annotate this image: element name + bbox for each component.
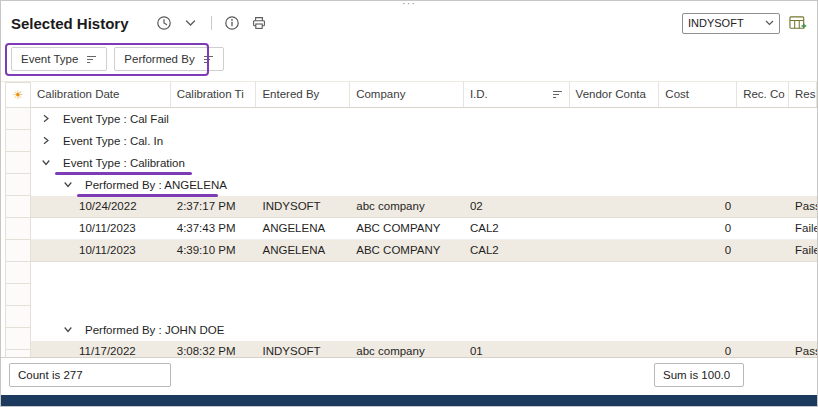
cell-cost: 0 — [659, 218, 737, 239]
cell-vendor-contact — [570, 341, 660, 357]
column-header-id[interactable]: I.D. — [464, 82, 570, 107]
cell-calibration-time: 4:39:10 PM — [171, 240, 257, 261]
cell-rec-cost — [737, 196, 789, 217]
cell-vendor-contact — [570, 196, 660, 217]
sort-ascending-icon — [552, 90, 563, 99]
cell-result: Failed — [789, 240, 817, 261]
group-row-angelena[interactable]: Performed By : ANGELENA — [31, 174, 817, 196]
cell-rec-cost — [737, 240, 789, 261]
info-icon[interactable] — [223, 14, 241, 32]
group-chip-event-type[interactable]: Event Type — [11, 47, 107, 71]
print-icon[interactable] — [250, 14, 268, 32]
table-row[interactable]: 11/17/2022 3:08:32 PM INDYSOFT abc compa… — [31, 341, 817, 357]
group-row-label: Event Type : Cal. In — [63, 135, 163, 147]
cell-calibration-time: 3:08:32 PM — [171, 341, 257, 357]
cell-cost: 0 — [659, 341, 737, 357]
cell-calibration-date: 11/17/2022 — [31, 341, 171, 357]
sort-icon — [203, 55, 214, 64]
group-row-cal-in[interactable]: Event Type : Cal. In — [31, 130, 817, 152]
collapse-arrow-icon[interactable] — [61, 325, 75, 334]
group-chip-performed-by[interactable]: Performed By — [114, 47, 223, 71]
cell-calibration-date: 10/11/2023 — [31, 240, 171, 261]
column-header-result[interactable]: Res — [789, 82, 817, 107]
row-indicator-cells[interactable] — [5, 108, 31, 358]
cell-entered-by: ANGELENA — [257, 240, 351, 261]
group-by-bar: Event Type Performed By — [1, 41, 817, 81]
row-indicator-column: ☀ — [1, 82, 31, 357]
column-header-company[interactable]: Company — [350, 82, 464, 107]
group-row-cal-fail[interactable]: Event Type : Cal Fail — [31, 108, 817, 130]
group-chip-label: Performed By — [124, 53, 194, 65]
cell-rec-cost — [737, 341, 789, 357]
collapse-arrow-icon[interactable] — [39, 158, 53, 167]
cell-company: ABC COMPANY — [350, 218, 464, 239]
cell-calibration-time: 2:37:17 PM — [171, 196, 257, 217]
grid-columns-icon[interactable] — [789, 14, 807, 32]
count-summary-label: Count is 277 — [18, 369, 83, 381]
group-row-label: Event Type : Calibration — [63, 157, 185, 169]
cell-id: CAL2 — [464, 240, 570, 261]
table-row[interactable]: 10/11/2023 4:39:10 PM ANGELENA ABC COMPA… — [31, 240, 817, 262]
column-header-calibration-date[interactable]: Calibration Date — [31, 82, 171, 107]
company-combobox[interactable]: INDYSOFT — [682, 13, 780, 34]
cell-id: 01 — [464, 341, 570, 357]
cell-company: abc company — [350, 196, 464, 217]
cell-entered-by: ANGELENA — [257, 218, 351, 239]
expand-arrow-icon[interactable] — [39, 136, 53, 145]
cell-calibration-date: 10/11/2023 — [31, 218, 171, 239]
column-header-rec-cost[interactable]: Rec. Co — [737, 82, 789, 107]
group-spacer — [31, 262, 817, 319]
sort-icon — [86, 55, 97, 64]
cell-company: ABC COMPANY — [350, 240, 464, 261]
group-chip-label: Event Type — [21, 53, 78, 65]
column-header-entered-by[interactable]: Entered By — [256, 82, 350, 107]
table-row[interactable]: 10/24/2022 2:37:17 PM INDYSOFT abc compa… — [31, 196, 817, 218]
cell-result: Pass — [789, 196, 817, 217]
table-row[interactable]: 10/11/2023 4:37:43 PM ANGELENA ABC COMPA… — [31, 218, 817, 240]
sun-icon: ☀ — [13, 88, 24, 102]
bottom-window-strip — [1, 395, 817, 406]
grid-header-row: Calibration Date Calibration Ti Entered … — [31, 82, 817, 108]
cell-company: abc company — [350, 341, 464, 357]
group-row-calibration[interactable]: Event Type : Calibration — [31, 152, 817, 174]
cell-rec-cost — [737, 218, 789, 239]
cell-id: CAL2 — [464, 218, 570, 239]
drag-handle-dots[interactable]: ··· — [402, 0, 416, 9]
summary-footer: Count is 277 Sum is 100.0 — [1, 357, 817, 393]
selected-history-window: ··· Selected History INDYSOFT — [0, 0, 818, 407]
toolbar-divider — [211, 16, 212, 30]
group-row-label: Performed By : JOHN DOE — [85, 324, 224, 336]
collapse-arrow-icon[interactable] — [61, 180, 75, 189]
combobox-value: INDYSOFT — [688, 17, 744, 29]
cell-id: 02 — [464, 196, 570, 217]
cell-entered-by: INDYSOFT — [257, 196, 351, 217]
history-grid: ☀ Calibration Date Calibration Ti Entere… — [1, 81, 817, 357]
page-title: Selected History — [11, 15, 129, 32]
column-header-cost[interactable]: Cost — [659, 82, 737, 107]
history-clock-icon[interactable] — [155, 14, 173, 32]
cell-cost: 0 — [659, 240, 737, 261]
cell-entered-by: INDYSOFT — [257, 341, 351, 357]
cell-calibration-date: 10/24/2022 — [31, 196, 171, 217]
sum-summary-label: Sum is 100.0 — [663, 369, 730, 381]
group-row-label: Event Type : Cal Fail — [63, 113, 169, 125]
sum-summary: Sum is 100.0 — [654, 363, 744, 387]
cell-cost: 0 — [659, 196, 737, 217]
chevron-down-icon[interactable] — [182, 14, 200, 32]
group-row-john-doe[interactable]: Performed By : JOHN DOE — [31, 319, 817, 341]
cell-vendor-contact — [570, 218, 660, 239]
cell-result: Pass — [789, 341, 817, 357]
grid-corner-cell[interactable]: ☀ — [5, 82, 31, 108]
group-row-label: Performed By : ANGELENA — [85, 179, 227, 191]
cell-result: Failed — [789, 218, 817, 239]
cell-calibration-time: 4:37:43 PM — [171, 218, 257, 239]
chevron-down-icon — [765, 20, 774, 26]
column-header-calibration-time[interactable]: Calibration Ti — [171, 82, 257, 107]
expand-arrow-icon[interactable] — [39, 114, 53, 123]
cell-vendor-contact — [570, 240, 660, 261]
column-header-label: I.D. — [470, 88, 488, 100]
count-summary: Count is 277 — [9, 363, 171, 387]
grid-body: Event Type : Cal Fail Event Type : Cal. … — [31, 108, 817, 357]
column-header-vendor-contact[interactable]: Vendor Conta — [570, 82, 660, 107]
